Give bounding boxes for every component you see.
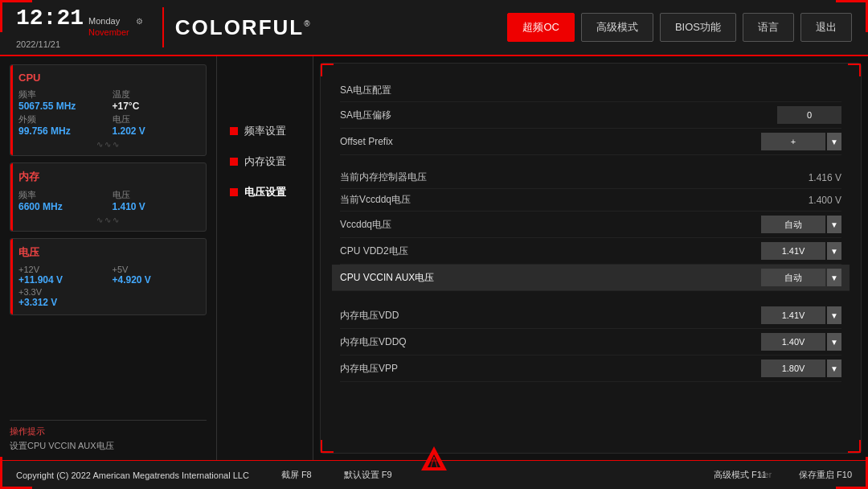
date-display: 2022/11/21 — [16, 39, 60, 49]
menu-mem[interactable]: 内存设置 — [228, 151, 301, 172]
vdd-control[interactable]: 1.41V ▼ — [745, 306, 841, 324]
cpu-ext-value: 99.756 MHz — [18, 125, 104, 137]
menu-dot-mem — [230, 158, 238, 166]
cpu-vdd2-control[interactable]: 1.41V ▼ — [745, 242, 841, 260]
setting-sa-config: SA电压配置 — [340, 80, 841, 102]
setting-offset-prefix[interactable]: Offset Prefix + ▼ — [340, 129, 841, 155]
mem-freq-label: 频率 — [18, 189, 104, 201]
sa-config-label: SA电压配置 — [340, 84, 841, 97]
current-vccddq-value: 1.400 V — [777, 195, 841, 206]
setting-vccddq[interactable]: Vccddq电压 自动 ▼ — [340, 212, 841, 238]
cpu-card: CPU 频率 5067.55 MHz 温度 +17°C 外频 99.756 MH… — [10, 64, 207, 156]
mem-title: 内存 — [18, 170, 198, 184]
mem-volt-label: 电压 — [113, 189, 199, 201]
vpp-arrow[interactable]: ▼ — [827, 360, 841, 377]
menu-label-voltage: 电压设置 — [244, 185, 286, 199]
mem-wave: ∿∿∿ — [18, 216, 198, 224]
corner-tl — [0, 0, 32, 32]
spacer-2 — [340, 291, 841, 302]
vccddq-control[interactable]: 自动 ▼ — [745, 216, 841, 233]
menu-freq[interactable]: 频率设置 — [228, 121, 301, 142]
power-title: 电压 — [18, 245, 198, 260]
vpp-value[interactable]: 1.80V — [761, 360, 825, 377]
footer-logo — [420, 445, 448, 474]
vpp-control[interactable]: 1.80V ▼ — [745, 360, 841, 377]
setting-cpu-vdd2[interactable]: CPU VDD2电压 1.41V ▼ — [340, 238, 841, 265]
setting-vpp[interactable]: 内存电压VPP 1.80V ▼ — [340, 355, 841, 382]
footer-key-f9: 默认设置 F9 — [344, 469, 392, 481]
cpu-wave: ∿∿∿ — [18, 140, 198, 149]
cpu-volt-label: 电压 — [113, 113, 199, 125]
cpu-vccin-label: CPU VCCIN AUX电压 — [340, 271, 745, 285]
vccddq-value[interactable]: 自动 — [761, 216, 825, 233]
mem-freq-value: 6600 MHz — [18, 201, 104, 212]
setting-vddq[interactable]: 内存电压VDDQ 1.40V ▼ — [340, 329, 841, 355]
footer-key-default: 默认设置 F9 — [344, 469, 392, 481]
triangle-logo-svg — [420, 445, 448, 474]
cpu-vdd2-label: CPU VDD2电压 — [340, 244, 745, 258]
menu-label-mem: 内存设置 — [244, 154, 286, 169]
footer-version: Ver — [760, 471, 772, 479]
menu-dot-voltage — [230, 188, 238, 196]
setting-vdd[interactable]: 内存电压VDD 1.41V ▼ — [340, 302, 841, 329]
vpp-label: 内存电压VPP — [340, 362, 745, 376]
cpu-vdd2-arrow[interactable]: ▼ — [827, 242, 841, 260]
nav-language[interactable]: 语言 — [743, 13, 794, 42]
mem-volt-value: 1.410 V — [113, 201, 199, 212]
day-name: Monday — [88, 16, 129, 27]
hint-text: 设置CPU VCCIN AUX电压 — [10, 440, 207, 452]
middle-nav: 频率设置 内存设置 电压设置 — [217, 56, 313, 460]
vddq-label: 内存电压VDDQ — [340, 335, 745, 349]
p33v-value: +3.312 V — [18, 297, 104, 308]
cpu-temp-value: +17°C — [113, 101, 199, 112]
offset-prefix-value[interactable]: + — [761, 133, 825, 150]
p33v-label: +3.3V — [18, 287, 104, 297]
hint-section: 操作提示 设置CPU VCCIN AUX电压 — [10, 420, 207, 452]
cpu-vccin-arrow[interactable]: ▼ — [827, 269, 841, 286]
vddq-control[interactable]: 1.40V ▼ — [745, 333, 841, 351]
cpu-title: CPU — [18, 72, 198, 84]
footer: Copyright (C) 2022 American Megatrends I… — [0, 460, 868, 489]
setting-cpu-vccin[interactable]: CPU VCCIN AUX电压 自动 ▼ — [332, 265, 850, 291]
sa-offset-label: SA电压偏移 — [340, 109, 745, 122]
cpu-volt-value: 1.202 V — [113, 125, 199, 137]
offset-prefix-arrow[interactable]: ▼ — [827, 133, 841, 150]
sa-offset-value[interactable]: 0 — [777, 106, 841, 124]
vdd-arrow[interactable]: ▼ — [827, 306, 841, 324]
footer-copyright: Copyright (C) 2022 American Megatrends I… — [16, 471, 249, 480]
vddq-arrow[interactable]: ▼ — [827, 333, 841, 351]
vccddq-arrow[interactable]: ▼ — [827, 216, 841, 233]
corner-bl — [0, 457, 32, 489]
header: 12:21 Monday November ⚙ 2022/11/21 COLOR… — [0, 0, 868, 56]
cpu-vccin-value[interactable]: 自动 — [761, 269, 825, 286]
nav-overclocking[interactable]: 超频OC — [507, 13, 575, 42]
datetime-block: 12:21 Monday November ⚙ 2022/11/21 — [16, 6, 143, 48]
offset-prefix-control[interactable]: + ▼ — [745, 133, 841, 150]
sa-offset-control[interactable]: 0 — [745, 106, 841, 124]
corner-br — [836, 457, 868, 489]
setting-current-vccddq: 当前Vccddq电压 1.400 V — [340, 189, 841, 212]
vccddq-label: Vccddq电压 — [340, 218, 745, 232]
p12v-label: +12V — [18, 265, 104, 274]
cpu-vccin-control[interactable]: 自动 ▼ — [745, 269, 841, 286]
vddq-value[interactable]: 1.40V — [761, 333, 825, 351]
rp-corner-bl — [321, 440, 334, 453]
cpu-vdd2-value[interactable]: 1.41V — [761, 242, 825, 260]
month-name: November — [88, 27, 129, 38]
header-separator — [162, 7, 164, 47]
right-panel: SA电压配置 SA电压偏移 0 Offset Prefix + ▼ 当前内存控制… — [320, 63, 862, 454]
hint-title: 操作提示 — [10, 425, 207, 438]
p12v-value: +11.904 V — [18, 274, 104, 286]
current-vccddq-label: 当前Vccddq电压 — [340, 193, 777, 207]
menu-voltage[interactable]: 电压设置 — [228, 182, 301, 203]
vdd-value[interactable]: 1.41V — [761, 306, 825, 324]
nav-advanced[interactable]: 高级模式 — [581, 13, 653, 42]
setting-sa-offset[interactable]: SA电压偏移 0 — [340, 102, 841, 129]
p5v-value: +4.920 V — [113, 274, 199, 286]
nav-bios[interactable]: BIOS功能 — [660, 13, 736, 42]
main-area: CPU 频率 5067.55 MHz 温度 +17°C 外频 99.756 MH… — [0, 56, 868, 460]
cpu-temp-label: 温度 — [113, 88, 199, 101]
rp-corner-tr — [848, 64, 861, 76]
cpu-freq-value: 5067.55 MHz — [18, 101, 104, 112]
current-imc-volt-value: 1.416 V — [777, 172, 841, 183]
